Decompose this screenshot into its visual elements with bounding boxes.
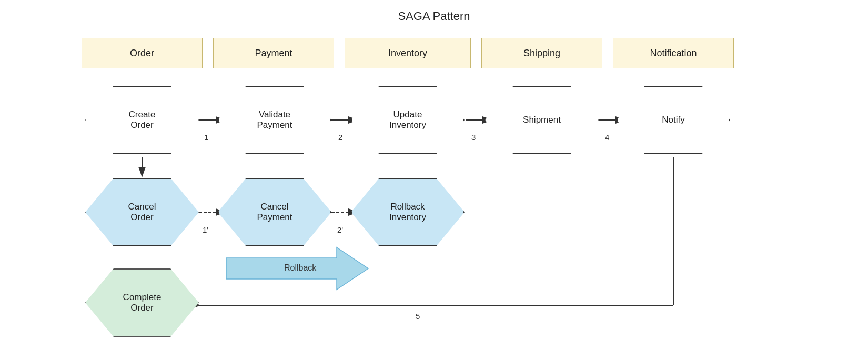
arrow-label-4: 4 [605, 133, 609, 142]
arrow-label-1p: 1' [203, 225, 208, 234]
hex-validate-payment: Validate Payment [218, 86, 331, 154]
svc-header-payment: Payment [213, 38, 334, 68]
complete-order-label: Complete Order [123, 292, 162, 313]
svc-header-order: Order [82, 38, 203, 68]
cancel-payment-label: Cancel Payment [257, 202, 292, 223]
svc-header-shipping: Shipping [481, 38, 602, 68]
hex-cancel-order: Cancel Order [85, 178, 199, 246]
hex-create-order: Create Order [85, 86, 199, 154]
create-order-label: Create Order [128, 109, 155, 131]
hex-complete-order: Complete Order [85, 268, 199, 337]
cancel-order-label: Cancel Order [128, 202, 156, 223]
shipment-label: Shipment [523, 115, 561, 125]
hex-shipment: Shipment [485, 86, 599, 154]
arrow-label-5: 5 [416, 312, 420, 321]
arrow-label-3: 3 [471, 133, 476, 142]
svc-header-notification: Notification [613, 38, 734, 68]
arrow-label-1: 1 [204, 133, 208, 142]
hex-rollback-inventory: Rollback Inventory [351, 178, 465, 246]
page-title: SAGA Pattern [398, 9, 470, 23]
hex-cancel-payment: Cancel Payment [218, 178, 331, 246]
rollback-label: Rollback [284, 263, 316, 273]
rollback-inventory-label: Rollback Inventory [389, 202, 426, 223]
arrow-label-2p: 2' [337, 225, 343, 234]
svc-header-inventory: Inventory [345, 38, 471, 68]
validate-payment-label: Validate Payment [257, 109, 292, 131]
canvas: SAGA Pattern Order Payment Inventory Shi… [0, 0, 868, 349]
update-inventory-label: Update Inventory [389, 109, 426, 131]
hex-update-inventory: Update Inventory [351, 86, 465, 154]
notify-label: Notify [662, 115, 684, 125]
hex-notify: Notify [617, 86, 730, 154]
arrow-label-2: 2 [338, 133, 342, 142]
